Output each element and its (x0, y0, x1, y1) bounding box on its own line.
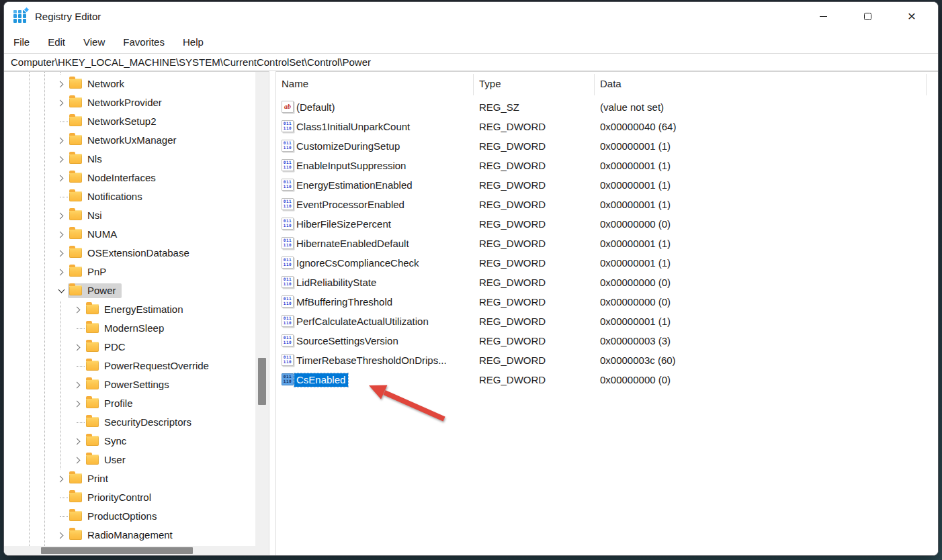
tree-item-nsi[interactable]: Nsi (4, 206, 255, 225)
tree-item-numa[interactable]: NUMA (4, 225, 255, 244)
value-name[interactable]: HibernateEnabledDefault (296, 238, 409, 249)
menu-item-help[interactable]: Help (183, 36, 204, 48)
tree-horizontal-scrollbar[interactable] (4, 546, 255, 555)
value-name[interactable]: EventProcessorEnabled (296, 199, 404, 210)
value-row-customizeduringsetup[interactable]: 011110CustomizeDuringSetupREG_DWORD0x000… (276, 136, 938, 156)
column-header-data[interactable]: Data (600, 78, 622, 89)
tree-item-print[interactable]: Print (4, 469, 255, 488)
value-name[interactable]: MfBufferingThreshold (296, 296, 392, 308)
chevron-right-icon[interactable] (54, 93, 68, 112)
tree-node[interactable]: Nls (68, 152, 108, 167)
column-separator[interactable] (473, 74, 474, 95)
tree-node[interactable]: Notifications (68, 189, 148, 204)
tree-item-osextensiondatabase[interactable]: OSExtensionDatabase (4, 244, 255, 263)
tree-node[interactable]: OSExtensionDatabase (68, 246, 195, 261)
tree-node[interactable]: PnP (68, 265, 112, 279)
tree-item-radiomanagement[interactable]: RadioManagement (4, 526, 255, 545)
tree-item-networkprovider[interactable]: NetworkProvider (4, 93, 255, 112)
menu-item-edit[interactable]: Edit (48, 36, 65, 48)
value-name[interactable]: HiberFileSizePercent (296, 218, 391, 230)
tree-node[interactable]: NUMA (68, 227, 122, 242)
value-name[interactable]: IgnoreCsComplianceCheck (296, 257, 419, 269)
tree-item-powersettings[interactable]: PowerSettings (4, 375, 255, 394)
chevron-right-icon[interactable] (71, 375, 85, 394)
tree-item-networkuxmanager[interactable]: NetworkUxManager (4, 131, 255, 150)
tree-vscroll-thumb[interactable] (258, 358, 266, 405)
value-row-hiberfilesizepercent[interactable]: 011110HiberFileSizePercentREG_DWORD0x000… (276, 214, 938, 234)
value-row-sourcesettingsversion[interactable]: 011110SourceSettingsVersionREG_DWORD0x00… (276, 331, 938, 351)
minimize-button[interactable] (801, 2, 845, 30)
tree-node[interactable]: PDC (85, 340, 131, 355)
tree-node[interactable]: Sync (85, 434, 132, 449)
value-row-hibernateenableddefault[interactable]: 011110HibernateEnabledDefaultREG_DWORD0x… (276, 234, 938, 253)
chevron-right-icon[interactable] (71, 394, 85, 413)
value-row-lidreliabilitystate[interactable]: 011110LidReliabilityStateREG_DWORD0x0000… (276, 273, 938, 292)
menu-item-file[interactable]: File (13, 36, 30, 48)
value-row-mfbufferingthreshold[interactable]: 011110MfBufferingThresholdREG_DWORD0x000… (276, 292, 938, 312)
value-row-eventprocessorenabled[interactable]: 011110EventProcessorEnabledREG_DWORD0x00… (276, 195, 938, 214)
close-button[interactable]: × (890, 2, 934, 30)
menu-item-view[interactable]: View (83, 36, 105, 48)
tree-node[interactable]: SecurityDescriptors (85, 415, 197, 430)
chevron-right-icon[interactable] (71, 300, 85, 319)
value-row--default-[interactable]: ab(Default)REG_SZ(value not set) (276, 97, 938, 117)
tree-node[interactable]: NodeInterfaces (68, 171, 161, 185)
chevron-right-icon[interactable] (54, 75, 68, 93)
tree-node[interactable]: Network (68, 77, 130, 91)
chevron-right-icon[interactable] (54, 206, 68, 225)
tree-item-productoptions[interactable]: ProductOptions (4, 507, 255, 526)
column-separator[interactable] (594, 74, 595, 95)
tree-node[interactable]: ModernSleep (85, 321, 169, 336)
tree-hscroll-thumb[interactable] (41, 547, 193, 554)
value-name[interactable]: TimerRebaseThresholdOnDrips... (296, 355, 447, 366)
value-row-timerrebasethresholdondrips-[interactable]: 011110TimerRebaseThresholdOnDrips...REG_… (276, 351, 938, 370)
value-row-energyestimationenabled[interactable]: 011110EnergyEstimationEnabledREG_DWORD0x… (276, 175, 938, 195)
chevron-right-icon[interactable] (71, 432, 85, 451)
tree-node[interactable]: NetworkSetup2 (68, 114, 162, 129)
chevron-right-icon[interactable] (54, 131, 68, 150)
tree-item-user[interactable]: User (4, 451, 255, 469)
tree-item-network[interactable]: Network (4, 75, 255, 93)
tree-vertical-scrollbar[interactable] (255, 72, 269, 546)
tree-node[interactable]: ProductOptions (68, 509, 162, 524)
address-bar[interactable]: Computer\HKEY_LOCAL_MACHINE\SYSTEM\Curre… (4, 53, 938, 71)
chevron-right-icon[interactable] (54, 263, 68, 281)
tree-node[interactable]: NetworkUxManager (68, 133, 182, 148)
value-name[interactable]: EnableInputSuppression (296, 160, 406, 171)
value-name[interactable]: CustomizeDuringSetup (296, 140, 400, 152)
tree-item-energyestimation[interactable]: EnergyEstimation (4, 300, 255, 319)
chevron-right-icon[interactable] (54, 526, 68, 545)
chevron-right-icon[interactable] (54, 244, 68, 263)
pane-splitter[interactable] (269, 71, 276, 555)
value-row-ignorecscompliancecheck[interactable]: 011110IgnoreCsComplianceCheckREG_DWORD0x… (276, 253, 938, 273)
chevron-right-icon[interactable] (54, 225, 68, 244)
menu-item-favorites[interactable]: Favorites (123, 36, 165, 48)
tree-item-nodeinterfaces[interactable]: NodeInterfaces (4, 169, 255, 187)
chevron-down-icon[interactable] (54, 281, 68, 300)
value-name[interactable]: EnergyEstimationEnabled (296, 179, 413, 191)
tree-item-profile[interactable]: Profile (4, 394, 255, 413)
tree-item-networksetup2[interactable]: NetworkSetup2 (4, 112, 255, 131)
tree-node[interactable]: PowerSettings (85, 377, 175, 392)
tree-node[interactable]: Profile (85, 396, 138, 411)
tree-item-pdc[interactable]: PDC (4, 338, 255, 357)
tree-node[interactable]: Power (68, 283, 122, 298)
tree-node[interactable]: Nsi (68, 208, 108, 223)
chevron-right-icon[interactable] (54, 169, 68, 187)
value-name[interactable]: (Default) (296, 101, 335, 113)
tree-node[interactable]: NetworkProvider (68, 95, 167, 110)
tree-node[interactable]: PriorityControl (68, 490, 157, 505)
tree-node[interactable]: Print (68, 471, 114, 486)
value-name[interactable]: PerfCalculateActualUtilization (296, 316, 429, 327)
tree-item-prioritycontrol[interactable]: PriorityControl (4, 488, 255, 507)
column-header-type[interactable]: Type (479, 78, 501, 89)
tree-item-securitydescriptors[interactable]: SecurityDescriptors (4, 413, 255, 432)
column-header-name[interactable]: Name (282, 78, 308, 89)
maximize-button[interactable] (845, 2, 890, 30)
value-name[interactable]: LidReliabilityState (296, 277, 376, 288)
value-row-class1initialunparkcount[interactable]: 011110Class1InitialUnparkCountREG_DWORD0… (276, 117, 938, 136)
tree-node[interactable]: RadioManagement (68, 528, 178, 543)
tree-item-notifications[interactable]: Notifications (4, 187, 255, 206)
tree-item-power[interactable]: Power (4, 281, 255, 300)
value-row-enableinputsuppression[interactable]: 011110EnableInputSuppressionREG_DWORD0x0… (276, 156, 938, 175)
